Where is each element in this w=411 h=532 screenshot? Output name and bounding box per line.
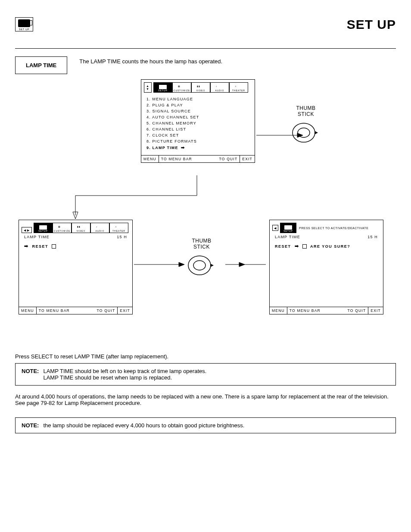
menu-item-lamp-time[interactable]: 9. LAMP TIME <box>146 144 249 151</box>
note-box: NOTE: the lamp should be replaced every … <box>15 417 396 433</box>
footer-to-menu-bar: TO MENU BAR <box>159 156 217 162</box>
theater-icon: ♫ <box>235 85 243 89</box>
intro-text: The LAMP TIME counts the hours the lamp … <box>79 56 222 65</box>
footer-to-quit: TO QUIT <box>217 156 240 162</box>
svg-point-11 <box>298 128 310 137</box>
thumb-label: THUMB <box>187 238 217 244</box>
body-paragraph: At around 4,000 hours of operations, the… <box>15 393 396 406</box>
checkbox-icon[interactable] <box>52 244 56 249</box>
lamp-time-value: 15 H <box>367 235 378 239</box>
audio-icon: ♪ <box>216 85 224 89</box>
intro-row: LAMP TIME The LAMP TIME counts the hours… <box>15 56 396 74</box>
customize-icon: ▦ <box>178 85 186 89</box>
tv-icon <box>18 19 30 27</box>
thumb-stick: THUMB STICK <box>187 238 217 277</box>
menu-item[interactable]: 2. PLUG & PLAY <box>146 102 249 108</box>
customize-icon: ▦ <box>58 225 66 230</box>
note-label: NOTE: <box>22 368 39 381</box>
menu-item[interactable]: 1. MENU LANGUAGE <box>146 96 249 102</box>
page-title: SET UP <box>15 17 396 32</box>
tab-customize[interactable]: ▦CUSTOMIZE <box>172 82 191 93</box>
menu-list: 1. MENU LANGUAGE 2. PLUG & PLAY 3. SIGNA… <box>141 93 255 155</box>
tab-theater[interactable]: ♫THEATER <box>229 82 248 93</box>
reset-confirm-row[interactable]: RESET ➡ ARE YOU SURE? <box>270 241 383 252</box>
tab-audio[interactable]: ♪AUDIO <box>90 223 109 233</box>
thumb-label: STICK <box>291 111 321 117</box>
thumb-label: THUMB <box>291 105 321 111</box>
are-you-sure-label: ARE YOU SURE? <box>310 244 350 249</box>
nav-up-down-icon: ▲▼ <box>144 82 152 93</box>
footer-menu[interactable]: MENU <box>19 307 37 314</box>
lamp-time-label: LAMP TIME <box>24 235 50 239</box>
nav-left-right-icon: ◀ ▶ <box>22 227 32 233</box>
lamp-time-label: LAMP TIME <box>275 235 300 239</box>
reset-row[interactable]: ➡ RESET <box>19 241 132 252</box>
header-row: SET UP SET UP <box>15 17 396 32</box>
reset-label: RESET <box>32 244 49 249</box>
lamp-time-row: LAMP TIME 15 H <box>270 233 383 241</box>
arrow-right-icon: ➡ <box>295 243 299 249</box>
footer-menu[interactable]: MENU <box>270 307 287 314</box>
svg-point-14 <box>193 261 206 270</box>
thumb-stick: THUMB STICK <box>291 105 321 145</box>
note-line: LAMP TIME should be reset when lamp is r… <box>43 374 206 381</box>
svg-marker-7 <box>179 262 184 267</box>
footer-menu[interactable]: MENU <box>141 156 159 162</box>
osd-screen-lamp-time: ◀ ▶ SETUP ▦CUSTOMIZE ▮▮VIDEO ♪AUDIO ♫THE… <box>19 220 133 314</box>
footer-exit[interactable]: EXIT <box>240 156 255 162</box>
tv-icon <box>39 225 47 230</box>
header-divider <box>15 48 396 49</box>
section-label: LAMP TIME <box>15 56 67 74</box>
tab-video[interactable]: ▮▮VIDEO <box>72 223 90 233</box>
setup-category-icon: SET UP <box>15 17 33 31</box>
osd-footer: MENU TO MENU BAR TO QUIT EXIT <box>19 307 132 314</box>
video-icon: ▮▮ <box>197 85 205 89</box>
osd-footer: MENU TO MENU BAR TO QUIT EXIT <box>141 155 255 162</box>
tv-icon <box>284 225 292 230</box>
tab-setup[interactable]: SETUP <box>34 223 53 233</box>
theater-icon: ♫ <box>115 225 123 230</box>
lamp-time-row: LAMP TIME 15 H <box>19 233 132 241</box>
footer-to-menu-bar: TO MENU BAR <box>287 307 346 314</box>
menu-item[interactable]: 4. AUTO CHANNEL SET <box>146 114 249 120</box>
checkbox-icon[interactable] <box>302 244 307 249</box>
tv-icon <box>159 85 167 89</box>
svg-marker-9 <box>239 262 245 267</box>
nav-left-icon: ◀ <box>272 225 278 231</box>
body-paragraph: Press SELECT to reset LAMP TIME (after l… <box>15 353 396 360</box>
menu-item[interactable]: 7. CLOCK SET <box>146 132 249 138</box>
menu-item[interactable]: 5. CHANNEL MEMORY <box>146 120 249 126</box>
menu-item[interactable]: 8. PICTURE FORMATS <box>146 138 249 144</box>
reset-label: RESET <box>275 244 291 249</box>
footer-exit[interactable]: EXIT <box>368 307 383 314</box>
footer-exit[interactable]: EXIT <box>117 307 132 314</box>
note-line: LAMP TIME should be left on to keep trac… <box>43 368 206 374</box>
tab-video[interactable]: ▮▮VIDEO <box>191 82 210 93</box>
svg-point-10 <box>293 123 315 142</box>
diagram-area: ▲▼ SETUP ▦CUSTOMIZE ▮▮VIDEO ♪AUDIO ♫THEA… <box>15 79 396 346</box>
tab-setup[interactable]: SETUP <box>280 223 296 233</box>
tab-setup[interactable]: SETUP <box>153 82 172 93</box>
press-select-hint: PRESS SELECT TO ACTIVATE/DEACTIVATE <box>296 226 368 230</box>
footer-to-menu-bar: TO MENU BAR <box>37 307 95 314</box>
svg-point-13 <box>188 256 211 275</box>
osd-screen-menu: ▲▼ SETUP ▦CUSTOMIZE ▮▮VIDEO ♪AUDIO ♫THEA… <box>141 79 255 163</box>
tab-audio[interactable]: ♪AUDIO <box>210 82 229 93</box>
tab-row: ◀ SETUP PRESS SELECT TO ACTIVATE/DEACTIV… <box>270 220 383 233</box>
tab-theater[interactable]: ♫THEATER <box>109 223 128 233</box>
menu-item[interactable]: 3. SIGNAL SOURCE <box>146 108 249 114</box>
tab-row: ▲▼ SETUP ▦CUSTOMIZE ▮▮VIDEO ♪AUDIO ♫THEA… <box>141 80 255 93</box>
osd-footer: MENU TO MENU BAR TO QUIT EXIT <box>270 307 383 314</box>
tab-customize[interactable]: ▦CUSTOMIZE <box>53 223 72 233</box>
footer-to-quit: TO QUIT <box>346 307 368 314</box>
arrow-right-icon: ➡ <box>24 243 29 249</box>
setup-icon-label: SET UP <box>19 28 30 31</box>
tab-row: ◀ ▶ SETUP ▦CUSTOMIZE ▮▮VIDEO ♪AUDIO ♫THE… <box>19 220 132 233</box>
video-icon: ▮▮ <box>77 225 85 230</box>
menu-item[interactable]: 6. CHANNEL LIST <box>146 126 249 132</box>
footer-to-quit: TO QUIT <box>95 307 118 314</box>
thumb-stick-icon <box>187 252 217 277</box>
thumb-label: STICK <box>187 244 217 250</box>
osd-screen-confirm: ◀ SETUP PRESS SELECT TO ACTIVATE/DEACTIV… <box>269 220 383 314</box>
svg-marker-15 <box>210 264 214 267</box>
